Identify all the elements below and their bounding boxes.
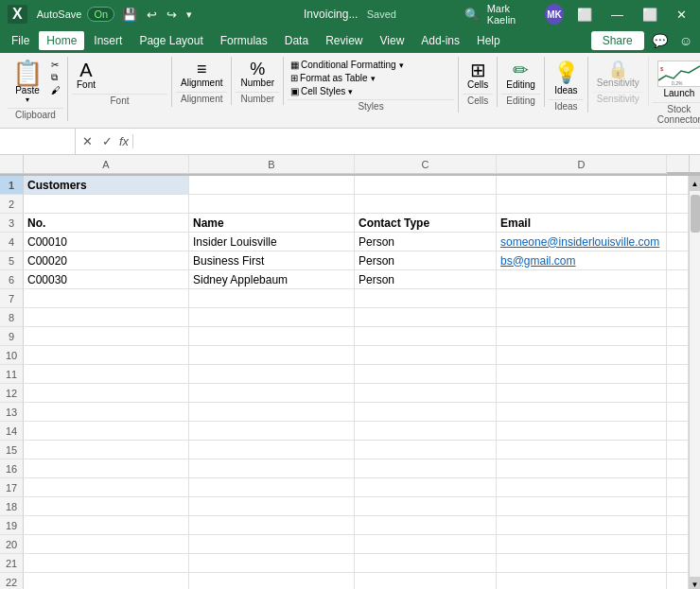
cell-c17[interactable]	[355, 478, 497, 497]
row-num-19[interactable]: 19	[0, 516, 24, 535]
cell-a11[interactable]	[24, 365, 189, 384]
menu-formulas[interactable]: Formulas	[213, 31, 275, 50]
cell-b1[interactable]	[189, 176, 355, 195]
minimize-btn[interactable]: —	[605, 6, 629, 24]
cell-b3[interactable]: Name	[189, 214, 355, 233]
font-button[interactable]: A Font	[72, 59, 100, 92]
cell-b12[interactable]	[189, 384, 355, 403]
cell-d8[interactable]	[497, 308, 667, 327]
scroll-thumb[interactable]	[691, 195, 700, 233]
menu-add-ins[interactable]: Add-ins	[413, 31, 467, 50]
redo-icon[interactable]: ↪	[165, 6, 179, 24]
cell-d1[interactable]	[497, 176, 667, 195]
cell-d14[interactable]	[497, 422, 667, 441]
row-num-6[interactable]: 6	[0, 270, 24, 289]
cell-c10[interactable]	[355, 346, 497, 365]
row-num-8[interactable]: 8	[0, 308, 24, 327]
cell-b5[interactable]: Business First	[189, 251, 355, 270]
paste-dropdown-icon[interactable]: ▾	[26, 95, 29, 104]
alignment-button[interactable]: ≡ Alignment	[176, 59, 227, 90]
menu-file[interactable]: File	[4, 31, 37, 50]
row-num-20[interactable]: 20	[0, 535, 24, 554]
cell-c18[interactable]	[355, 497, 497, 516]
cell-c15[interactable]	[355, 441, 497, 459]
cell-d12[interactable]	[497, 384, 667, 403]
menu-insert[interactable]: Insert	[86, 31, 130, 50]
launch-button[interactable]: $ 0.2% Launch	[653, 59, 700, 100]
cell-c19[interactable]	[355, 516, 497, 535]
cell-d19[interactable]	[497, 516, 667, 535]
cell-a2[interactable]	[24, 195, 189, 214]
cell-a18[interactable]	[24, 497, 189, 516]
row-num-18[interactable]: 18	[0, 497, 24, 516]
cell-c14[interactable]	[355, 422, 497, 441]
conditional-formatting-button[interactable]: ▦ Conditional Formatting ▾	[288, 59, 407, 71]
cell-d10[interactable]	[497, 346, 667, 365]
cell-a7[interactable]	[24, 289, 189, 308]
cell-d9[interactable]	[497, 327, 667, 346]
format-painter-button[interactable]: 🖌	[48, 84, 63, 96]
cell-a10[interactable]	[24, 346, 189, 365]
cell-c21[interactable]	[355, 554, 497, 573]
menu-review[interactable]: Review	[318, 31, 370, 50]
cell-a16[interactable]	[24, 459, 189, 478]
cell-d20[interactable]	[497, 535, 667, 554]
col-header-b[interactable]: B	[189, 155, 355, 174]
cell-b9[interactable]	[189, 327, 355, 346]
cell-d6[interactable]	[497, 270, 667, 289]
name-box[interactable]: B1	[0, 129, 76, 154]
cell-a9[interactable]	[24, 327, 189, 346]
col-header-c[interactable]: C	[355, 155, 497, 174]
cell-c20[interactable]	[355, 535, 497, 554]
cell-c11[interactable]	[355, 365, 497, 384]
cell-a12[interactable]	[24, 384, 189, 403]
cell-c4[interactable]: Person	[355, 233, 497, 251]
cell-b2[interactable]	[189, 195, 355, 214]
search-icon[interactable]: 🔍	[464, 8, 480, 22]
cell-b10[interactable]	[189, 346, 355, 365]
row-num-11[interactable]: 11	[0, 365, 24, 384]
cell-a20[interactable]	[24, 535, 189, 554]
autosave-toggle[interactable]: On	[87, 7, 114, 22]
editing-button[interactable]: ✏ Editing	[501, 59, 540, 92]
confirm-formula-btn[interactable]: ✓	[99, 134, 115, 148]
cell-styles-button[interactable]: ▣ Cell Styles ▾	[288, 85, 356, 97]
cell-a15[interactable]	[24, 441, 189, 459]
cell-b18[interactable]	[189, 497, 355, 516]
cell-b17[interactable]	[189, 478, 355, 497]
menu-help[interactable]: Help	[469, 31, 508, 50]
cell-c2[interactable]	[355, 195, 497, 214]
cell-c13[interactable]	[355, 403, 497, 422]
cancel-formula-btn[interactable]: ✕	[79, 134, 96, 148]
cell-a8[interactable]	[24, 308, 189, 327]
fx-label[interactable]: fx	[119, 134, 129, 148]
cell-c12[interactable]	[355, 384, 497, 403]
cell-d22[interactable]	[497, 573, 667, 589]
menu-home[interactable]: Home	[39, 31, 84, 50]
copy-button[interactable]: ⧉	[48, 71, 63, 84]
cell-b8[interactable]	[189, 308, 355, 327]
row-num-17[interactable]: 17	[0, 478, 24, 497]
cell-d18[interactable]	[497, 497, 667, 516]
cell-b19[interactable]	[189, 516, 355, 535]
cell-a19[interactable]	[24, 516, 189, 535]
row-num-16[interactable]: 16	[0, 459, 24, 478]
cell-a6[interactable]: C00030	[24, 270, 189, 289]
row-num-9[interactable]: 9	[0, 327, 24, 346]
cell-b11[interactable]	[189, 365, 355, 384]
menu-page-layout[interactable]: Page Layout	[131, 31, 210, 50]
cell-b15[interactable]	[189, 441, 355, 459]
row-num-7[interactable]: 7	[0, 289, 24, 308]
maximize-btn[interactable]: ⬜	[637, 6, 663, 24]
cell-c22[interactable]	[355, 573, 497, 589]
cell-d16[interactable]	[497, 459, 667, 478]
cut-button[interactable]: ✂	[48, 59, 63, 71]
format-as-table-button[interactable]: ⊞ Format as Table ▾	[288, 72, 378, 84]
cell-b21[interactable]	[189, 554, 355, 573]
cell-c1[interactable]	[355, 176, 497, 195]
comments-icon[interactable]: 💬	[648, 31, 672, 50]
cell-a13[interactable]	[24, 403, 189, 422]
cell-b4[interactable]: Insider Louisville	[189, 233, 355, 251]
cell-a17[interactable]	[24, 478, 189, 497]
cell-c8[interactable]	[355, 308, 497, 327]
